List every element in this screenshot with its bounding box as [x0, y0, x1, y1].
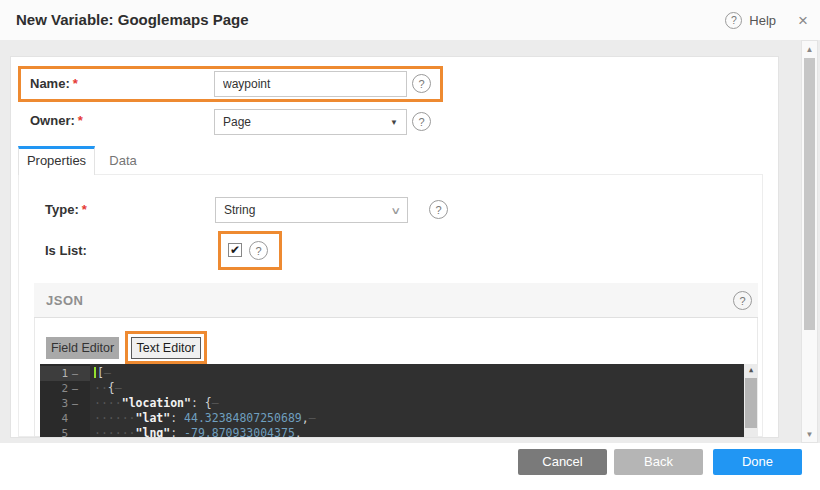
name-input[interactable] [214, 71, 407, 97]
editor-scrollbar[interactable]: ▲ [744, 364, 758, 437]
dialog-scrollbar-thumb[interactable] [804, 58, 815, 330]
cancel-button[interactable]: Cancel [518, 449, 607, 475]
dialog-scrollbar[interactable]: ▲ ▼ [801, 40, 818, 443]
type-select[interactable]: String ∨ [215, 197, 408, 223]
checkmark-icon: ✔ [230, 244, 240, 256]
owner-label: Owner:* [30, 107, 83, 135]
required-asterisk: * [73, 76, 78, 91]
scroll-up-icon[interactable]: ▲ [802, 43, 817, 55]
close-icon[interactable]: × [798, 12, 808, 29]
owner-select[interactable]: Page ▼ [214, 109, 407, 135]
code-gutter: 1–2–3–45 [40, 366, 90, 437]
dialog-header: New Variable: Googlemaps Page ? Help × [0, 0, 820, 40]
scroll-up-icon[interactable]: ▲ [744, 364, 758, 377]
chevron-down-icon: ∨ [390, 205, 401, 216]
done-button[interactable]: Done [713, 449, 802, 475]
scroll-down-icon[interactable]: ▼ [802, 428, 817, 440]
new-variable-dialog: New Variable: Googlemaps Page ? Help × N… [0, 0, 820, 490]
type-selected-value: String [224, 203, 255, 217]
owner-help-icon[interactable]: ? [412, 112, 431, 131]
required-asterisk: * [78, 113, 83, 128]
is-list-label: Is List: [45, 237, 87, 265]
page-title: New Variable: Googlemaps Page [16, 0, 249, 40]
help-icon[interactable]: ? [725, 12, 742, 29]
is-list-checkbox[interactable]: ✔ [228, 243, 242, 257]
dropdown-arrow-icon: ▼ [390, 118, 398, 127]
json-help-icon[interactable]: ? [733, 291, 752, 310]
text-editor-button[interactable]: Text Editor [131, 337, 201, 359]
tab-properties[interactable]: Properties [18, 146, 95, 175]
type-label: Type:* [45, 196, 87, 224]
header-actions: ? Help × [725, 0, 808, 40]
tab-data[interactable]: Data [96, 146, 150, 175]
editor-scrollbar-thumb[interactable] [745, 378, 757, 428]
owner-selected-value: Page [223, 115, 251, 129]
field-editor-button[interactable]: Field Editor [46, 337, 119, 359]
json-group-title: JSON [46, 283, 83, 318]
is-list-help-icon[interactable]: ? [249, 241, 268, 260]
name-help-icon[interactable]: ? [412, 74, 431, 93]
type-help-icon[interactable]: ? [429, 200, 448, 219]
back-button[interactable]: Back [614, 449, 703, 475]
json-group-header [34, 283, 758, 318]
code-lines[interactable]: [‒··{‒····"location": {‒······"lat": 44.… [94, 366, 744, 437]
required-asterisk: * [82, 202, 87, 217]
json-code-editor[interactable]: 1–2–3–45 [‒··{‒····"location": {‒······"… [40, 364, 758, 437]
name-label: Name:* [30, 66, 78, 102]
help-link[interactable]: Help [749, 13, 776, 28]
